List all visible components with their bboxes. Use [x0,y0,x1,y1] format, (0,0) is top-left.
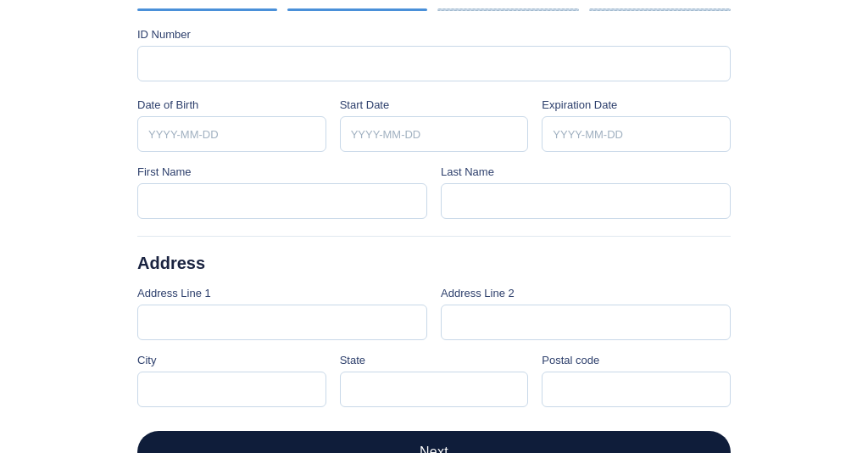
expiration-date-label: Expiration Date [542,98,731,111]
address-section: Address Address Line 1 Address Line 2 Ci… [137,254,731,407]
city-field-group: City [137,354,326,407]
page-container: ID Number Date of Birth Start Date Expir… [103,0,765,453]
postal-code-field-group: Postal code [542,354,731,407]
city-state-postal-row: City State Postal code [137,354,731,407]
city-label: City [137,354,326,366]
first-name-input[interactable] [137,183,427,219]
address-line2-field-group: Address Line 2 [441,287,731,340]
state-input[interactable] [340,372,529,407]
state-label: State [340,354,529,366]
section-divider [137,236,731,237]
start-date-input[interactable] [340,116,529,152]
dob-field-group: Date of Birth [137,98,326,152]
progress-line-4 [589,8,731,11]
address-line1-input[interactable] [137,305,427,340]
address-line2-label: Address Line 2 [441,287,731,299]
name-row: First Name Last Name [137,165,731,219]
dob-input[interactable] [137,116,326,152]
id-number-field-group: ID Number [137,28,731,81]
address-line1-label: Address Line 1 [137,287,427,299]
id-number-label: ID Number [137,28,731,41]
first-name-field-group: First Name [137,165,427,219]
next-button[interactable]: Next [137,431,731,453]
progress-line-2 [287,8,427,11]
state-field-group: State [340,354,529,407]
last-name-input[interactable] [441,183,731,219]
date-row: Date of Birth Start Date Expiration Date [137,98,731,152]
postal-code-label: Postal code [542,354,731,366]
address-section-title: Address [137,254,731,273]
start-date-field-group: Start Date [340,98,529,152]
last-name-field-group: Last Name [441,165,731,219]
address-line2-input[interactable] [441,305,731,340]
progress-bar [137,8,731,11]
id-number-section: ID Number [137,28,731,81]
progress-line-3 [437,8,579,11]
start-date-label: Start Date [340,98,529,111]
id-number-input[interactable] [137,46,731,81]
address-line1-field-group: Address Line 1 [137,287,427,340]
expiration-date-input[interactable] [542,116,731,152]
last-name-label: Last Name [441,165,731,178]
postal-code-input[interactable] [542,372,731,407]
dob-label: Date of Birth [137,98,326,111]
expiration-date-field-group: Expiration Date [542,98,731,152]
city-input[interactable] [137,372,326,407]
address-lines-row: Address Line 1 Address Line 2 [137,287,731,340]
progress-line-1 [137,8,277,11]
first-name-label: First Name [137,165,427,178]
